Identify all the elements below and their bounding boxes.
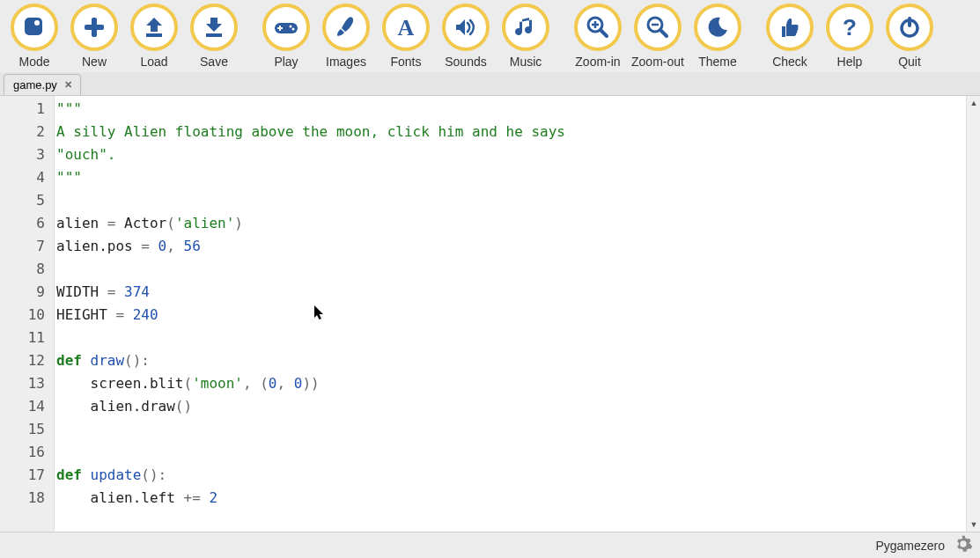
sound-icon [442,4,490,51]
code-line[interactable]: def update(): [55,464,980,487]
images-button[interactable]: Images [319,4,373,69]
code-line[interactable]: screen.blit('moon', (0, 0)) [55,372,980,395]
theme-button[interactable]: Theme [690,4,745,69]
line-number: 15 [0,418,54,441]
code-line[interactable]: A silly Alien floating above the moon, c… [55,121,980,143]
music-button[interactable]: Music [498,4,553,69]
line-number: 12 [0,349,54,372]
thumb-icon [766,4,814,51]
code-line[interactable]: alien.draw() [55,395,980,418]
code-area[interactable]: """A silly Alien floating above the moon… [55,96,980,532]
question-icon [826,4,873,51]
gear-icon[interactable] [954,534,973,556]
tab-filename: game.py [13,78,57,92]
play-label: Play [274,55,298,69]
vertical-scrollbar[interactable]: ▲ ▼ [966,96,980,532]
zoom-out-button[interactable]: Zoom-out [630,4,685,69]
zoomin-icon [574,4,622,51]
load-button[interactable]: Load [127,4,181,69]
scroll-down-arrow[interactable]: ▼ [967,518,980,532]
code-line[interactable]: "ouch". [55,143,980,166]
music-label: Music [510,55,542,69]
check-label: Check [772,55,807,69]
code-line[interactable]: WIDTH = 374 [55,281,980,304]
close-tab-icon[interactable]: ✕ [63,79,75,92]
line-number: 1 [0,98,54,121]
toolbar: ModeNewLoadSavePlayImagesFontsSoundsMusi… [0,0,980,72]
quit-label: Quit [898,55,921,69]
line-gutter: 123456789101112131415161718 [0,96,55,532]
line-number: 8 [0,258,54,281]
line-number: 17 [0,464,54,487]
code-line[interactable]: def draw(): [55,349,980,372]
file-tab[interactable]: game.py✕ [4,74,81,95]
scroll-up-arrow[interactable]: ▲ [967,96,980,110]
code-line[interactable] [55,418,980,441]
status-mode-label: Pygamezero [875,539,945,553]
code-line[interactable]: alien = Actor('alien') [55,212,980,235]
line-number: 18 [0,487,54,510]
code-line[interactable]: """ [55,98,980,121]
load-label: Load [140,55,167,69]
line-number: 2 [0,121,54,143]
line-number: 5 [0,189,54,212]
line-number: 10 [0,304,54,327]
brush-icon [322,4,370,51]
code-line[interactable]: alien.left += 2 [55,487,980,510]
line-number: 16 [0,441,54,464]
code-editor[interactable]: 123456789101112131415161718 """A silly A… [0,95,980,532]
save-button[interactable]: Save [187,4,241,69]
check-button[interactable]: Check [763,4,817,69]
line-number: 13 [0,372,54,395]
save-label: Save [200,55,228,69]
line-number: 4 [0,166,54,189]
mode-label: Mode [18,55,49,69]
code-line[interactable] [55,327,980,349]
line-number: 3 [0,143,54,166]
code-line[interactable]: HEIGHT = 240 [55,304,980,327]
plus-icon [70,4,118,51]
zoomout-icon [634,4,682,51]
sounds-button[interactable]: Sounds [438,4,493,69]
status-bar: Pygamezero [0,532,980,558]
line-number: 6 [0,212,54,235]
code-line[interactable] [55,258,980,281]
code-line[interactable]: alien.pos = 0, 56 [55,235,980,258]
mode-button[interactable]: Mode [7,4,62,69]
zoom-out-label: Zoom-out [631,55,684,69]
theme-label: Theme [698,55,737,69]
upload-icon [130,4,178,51]
sounds-label: Sounds [445,55,486,69]
new-button[interactable]: New [67,4,122,69]
new-label: New [82,55,107,69]
moon-icon [694,4,741,51]
images-label: Images [326,55,366,69]
tab-bar: game.py✕ [0,72,980,95]
code-line[interactable]: """ [55,166,980,189]
line-number: 14 [0,395,54,418]
line-number: 7 [0,235,54,258]
line-number: 9 [0,281,54,304]
code-line[interactable] [55,441,980,464]
help-button[interactable]: Help [822,4,877,69]
play-button[interactable]: Play [259,4,313,69]
quit-button[interactable]: Quit [882,4,937,69]
download-icon [190,4,238,51]
gamepad-icon [262,4,310,51]
music-icon [502,4,549,51]
power-icon [886,4,933,51]
zoom-in-label: Zoom-in [575,55,620,69]
code-line[interactable] [55,189,980,212]
mode-icon [11,4,58,51]
font-icon [382,4,430,51]
fonts-button[interactable]: Fonts [379,4,433,69]
fonts-label: Fonts [390,55,421,69]
zoom-in-button[interactable]: Zoom-in [571,4,625,69]
line-number: 11 [0,327,54,349]
help-label: Help [837,55,863,69]
